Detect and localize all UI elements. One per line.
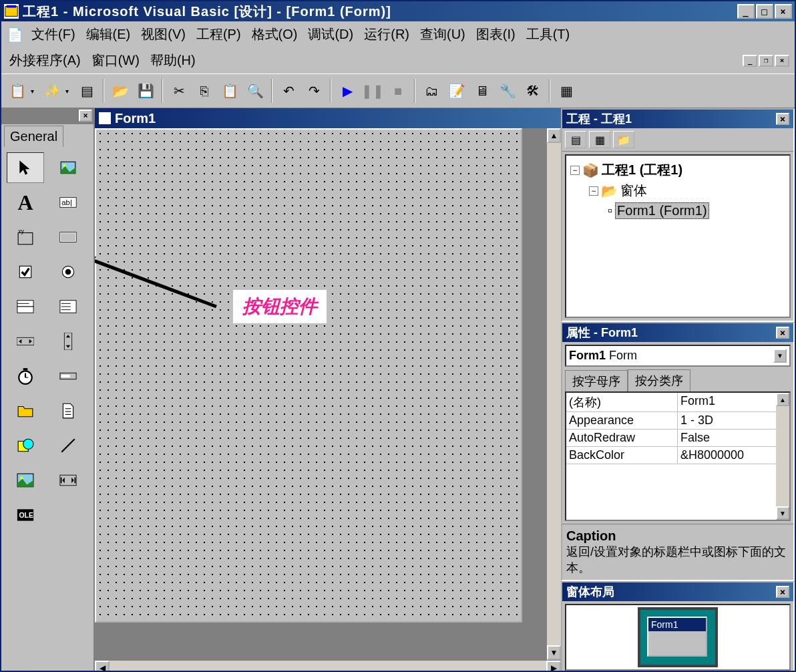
menu-run[interactable]: 运行(R) — [361, 24, 412, 45]
scroll-track[interactable] — [110, 661, 546, 672]
scroll-up-button[interactable]: ▲ — [547, 128, 561, 143]
object-browser-button[interactable]: 🔧 — [495, 79, 520, 103]
mdi-minimize-button[interactable]: _ — [743, 55, 757, 67]
optionbutton-tool[interactable] — [49, 257, 87, 287]
tab-categorized[interactable]: 按分类序 — [628, 369, 690, 391]
paste-button[interactable]: 📋 — [218, 79, 242, 103]
add-project-button[interactable]: 📋 — [5, 79, 29, 103]
menu-view[interactable]: 视图(V) — [138, 24, 188, 45]
find-button[interactable]: 🔍 — [243, 79, 267, 103]
toolbox-tab-general[interactable]: General — [4, 126, 63, 147]
toolbox-close-button[interactable]: × — [79, 110, 92, 122]
vscrollbar-tool[interactable] — [49, 326, 87, 357]
object-selector-combo[interactable]: Form1 Form ▼ — [565, 345, 791, 367]
copy-button[interactable]: ⎘ — [192, 79, 216, 103]
property-value[interactable]: False — [678, 430, 789, 446]
start-button[interactable]: ▶ — [335, 79, 359, 103]
mdi-close-button[interactable]: × — [775, 55, 789, 67]
property-row[interactable]: Appearance1 - 3D — [566, 412, 789, 430]
menu-addins[interactable]: 外接程序(A) — [7, 50, 83, 71]
drivelistbox-tool[interactable] — [49, 361, 87, 391]
combobox-tool[interactable] — [7, 291, 44, 322]
shape-tool[interactable] — [7, 430, 44, 461]
commandbutton-tool[interactable] — [49, 222, 87, 253]
collapse-icon[interactable]: − — [589, 186, 598, 196]
property-grid[interactable]: (名称)Form1Appearance1 - 3DAutoRedrawFalse… — [565, 391, 791, 521]
undo-button[interactable]: ↶ — [276, 79, 301, 103]
view-object-button[interactable]: ▦ — [589, 131, 610, 148]
data-view-button[interactable]: ▦ — [554, 79, 578, 103]
property-value[interactable]: Form1 — [678, 393, 789, 411]
add-project-dropdown[interactable]: ▾ — [31, 88, 39, 95]
scroll-up-button[interactable]: ▲ — [776, 393, 789, 406]
save-button[interactable]: 💾 — [134, 79, 158, 103]
tree-form-node[interactable]: ▫ Form1 (Form1) — [570, 201, 785, 220]
layout-panel-close-button[interactable]: × — [776, 586, 789, 598]
timer-tool[interactable] — [7, 361, 44, 391]
menu-help[interactable]: 帮助(H) — [148, 50, 198, 71]
form-titlebar[interactable]: Form1 — [95, 108, 561, 128]
image-tool[interactable] — [7, 465, 44, 496]
design-vscrollbar[interactable]: ▲ ▼ — [546, 128, 561, 660]
property-row[interactable]: AutoRedrawFalse — [566, 430, 789, 447]
layout-preview[interactable]: Form1 — [565, 604, 791, 671]
add-form-button[interactable]: ✨ — [40, 79, 64, 103]
cut-button[interactable]: ✂ — [167, 79, 191, 103]
data-tool[interactable] — [49, 465, 87, 496]
end-button[interactable]: ■ — [386, 79, 410, 103]
mdi-restore-button[interactable]: ❐ — [759, 55, 773, 67]
picturebox-tool[interactable] — [49, 152, 87, 183]
form-position-preview[interactable]: Form1 — [647, 617, 707, 657]
project-explorer-button[interactable]: 🗂 — [419, 79, 443, 103]
dropdown-icon[interactable]: ▼ — [773, 349, 787, 363]
checkbox-tool[interactable] — [7, 257, 44, 287]
tree-forms-folder[interactable]: − 📂 窗体 — [570, 180, 785, 201]
pointer-tool[interactable] — [7, 152, 44, 183]
break-button[interactable]: ❚❚ — [361, 79, 385, 103]
properties-window-button[interactable]: 📝 — [445, 79, 469, 103]
maximize-button[interactable]: □ — [756, 4, 773, 19]
form-designer-canvas[interactable]: 按钮控件 — [95, 128, 522, 623]
dirlistbox-tool[interactable] — [7, 395, 44, 426]
properties-panel-close-button[interactable]: × — [776, 327, 789, 339]
hscrollbar-tool[interactable] — [7, 326, 44, 357]
frame-tool[interactable]: xy — [7, 222, 44, 253]
menu-project[interactable]: 工程(P) — [194, 24, 244, 45]
tab-alphabetic[interactable]: 按字母序 — [565, 370, 628, 392]
property-row[interactable]: (名称)Form1 — [566, 393, 789, 412]
property-row[interactable]: BackColor&H8000000 — [566, 447, 789, 464]
menu-edit[interactable]: 编辑(E) — [83, 24, 134, 45]
scroll-down-button[interactable]: ▼ — [776, 506, 789, 520]
menu-query[interactable]: 查询(U) — [417, 24, 468, 45]
ole-tool[interactable]: OLE — [7, 500, 44, 530]
project-panel-close-button[interactable]: × — [776, 113, 789, 125]
line-tool[interactable] — [49, 430, 87, 461]
menu-window[interactable]: 窗口(W) — [89, 50, 142, 71]
properties-scrollbar[interactable]: ▲ ▼ — [776, 393, 789, 520]
collapse-icon[interactable]: − — [570, 166, 580, 175]
menu-format[interactable]: 格式(O) — [249, 24, 301, 45]
textbox-tool[interactable]: ab| — [49, 187, 87, 218]
scroll-right-button[interactable]: ▶ — [546, 661, 561, 672]
view-code-button[interactable]: ▤ — [565, 131, 586, 148]
form-layout-button[interactable]: 🖥 — [470, 79, 494, 103]
menu-tools[interactable]: 工具(T) — [524, 24, 573, 45]
minimize-button[interactable]: _ — [737, 4, 755, 19]
scroll-down-button[interactable]: ▼ — [547, 645, 561, 660]
filelistbox-tool[interactable] — [49, 395, 87, 426]
redo-button[interactable]: ↷ — [302, 79, 326, 103]
listbox-tool[interactable] — [49, 291, 87, 322]
toggle-folders-button[interactable]: 📁 — [613, 131, 634, 148]
menu-diagram[interactable]: 图表(I) — [473, 24, 518, 45]
menu-editor-button[interactable]: ▤ — [75, 79, 99, 103]
toolbox-button[interactable]: 🛠 — [521, 79, 545, 103]
property-value[interactable]: &H8000000 — [678, 447, 789, 464]
project-tree[interactable]: − 📦 工程1 (工程1) − 📂 窗体 ▫ Form1 (Form1) — [565, 154, 791, 318]
menu-debug[interactable]: 调试(D) — [305, 24, 356, 45]
add-form-dropdown[interactable]: ▾ — [65, 88, 73, 95]
property-value[interactable]: 1 - 3D — [678, 412, 789, 429]
label-tool[interactable]: A — [7, 187, 44, 218]
close-button[interactable]: × — [775, 4, 792, 19]
menu-file[interactable]: 文件(F) — [29, 24, 78, 45]
tree-project-node[interactable]: − 📦 工程1 (工程1) — [570, 160, 785, 180]
